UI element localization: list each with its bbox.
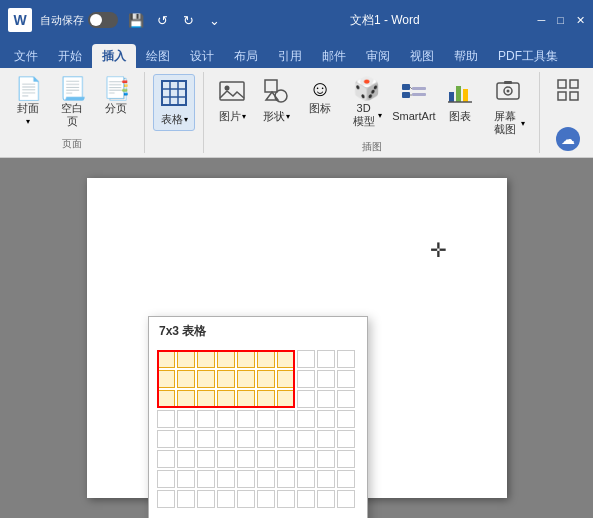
grid-cell[interactable] xyxy=(177,490,195,508)
grid-cell[interactable] xyxy=(157,490,175,508)
tab-pdf[interactable]: PDF工具集 xyxy=(488,44,568,68)
grid-cell[interactable] xyxy=(257,390,275,408)
grid-cell[interactable] xyxy=(217,350,235,368)
grid-cell[interactable] xyxy=(217,430,235,448)
grid-cell[interactable] xyxy=(277,430,295,448)
grid-cell[interactable] xyxy=(157,450,175,468)
grid-cell[interactable] xyxy=(257,410,275,428)
grid-cell[interactable] xyxy=(157,410,175,428)
grid-cell[interactable] xyxy=(157,350,175,368)
grid-cell[interactable] xyxy=(237,430,255,448)
maximize-btn[interactable]: □ xyxy=(557,14,564,26)
grid-cell[interactable] xyxy=(237,370,255,388)
grid-cell[interactable] xyxy=(197,490,215,508)
tab-help[interactable]: 帮助 xyxy=(444,44,488,68)
save-icon[interactable]: 💾 xyxy=(126,10,146,30)
grid-cell[interactable] xyxy=(197,470,215,488)
tab-view[interactable]: 视图 xyxy=(400,44,444,68)
extra-button[interactable] xyxy=(548,74,588,106)
grid-cell[interactable] xyxy=(257,370,275,388)
close-btn[interactable]: ✕ xyxy=(576,14,585,27)
tab-references[interactable]: 引用 xyxy=(268,44,312,68)
icons-button[interactable]: ☺ 图标 xyxy=(300,74,340,119)
grid-cell[interactable] xyxy=(277,370,295,388)
grid-cell[interactable] xyxy=(317,430,335,448)
grid-cell[interactable] xyxy=(217,390,235,408)
grid-cell[interactable] xyxy=(197,410,215,428)
grid-cell[interactable] xyxy=(277,490,295,508)
grid-cell[interactable] xyxy=(177,390,195,408)
grid-cell[interactable] xyxy=(257,490,275,508)
grid-cell[interactable] xyxy=(317,350,335,368)
grid-cell[interactable] xyxy=(337,430,355,448)
grid-cell[interactable] xyxy=(237,410,255,428)
grid-cell[interactable] xyxy=(317,490,335,508)
grid-cell[interactable] xyxy=(337,450,355,468)
grid-cell[interactable] xyxy=(297,410,315,428)
chart-button[interactable]: 图表 xyxy=(440,74,480,127)
grid-cell[interactable] xyxy=(297,470,315,488)
grid-cell[interactable] xyxy=(317,450,335,468)
grid-cell[interactable] xyxy=(257,470,275,488)
grid-cell[interactable] xyxy=(217,490,235,508)
pictures-button[interactable]: 图片 ▾ xyxy=(212,74,252,127)
grid-cell[interactable] xyxy=(237,490,255,508)
tab-file[interactable]: 文件 xyxy=(4,44,48,68)
grid-cell[interactable] xyxy=(217,410,235,428)
grid-cell[interactable] xyxy=(337,370,355,388)
grid-cell[interactable] xyxy=(337,470,355,488)
3dmodel-button[interactable]: 🎲 3D 模型 ▾ xyxy=(344,74,388,132)
grid-cell[interactable] xyxy=(197,430,215,448)
grid-cell[interactable] xyxy=(197,350,215,368)
grid-cell[interactable] xyxy=(297,450,315,468)
screenshot-button[interactable]: 屏幕截图 ▾ xyxy=(484,74,532,140)
blank-page-button[interactable]: 📃 空白页 xyxy=(52,74,92,132)
grid-cell[interactable] xyxy=(237,470,255,488)
grid-cell[interactable] xyxy=(157,390,175,408)
grid-cell[interactable] xyxy=(317,390,335,408)
page-break-button[interactable]: 📑 分页 xyxy=(96,74,136,119)
grid-cell[interactable] xyxy=(237,390,255,408)
grid-cell[interactable] xyxy=(297,490,315,508)
grid-cell[interactable] xyxy=(257,450,275,468)
tab-mailings[interactable]: 邮件 xyxy=(312,44,356,68)
grid-cell[interactable] xyxy=(337,410,355,428)
grid-cell[interactable] xyxy=(237,350,255,368)
grid-cell[interactable] xyxy=(177,410,195,428)
grid-cell[interactable] xyxy=(157,470,175,488)
grid-cell[interactable] xyxy=(277,470,295,488)
table-grid[interactable] xyxy=(157,350,359,508)
more-icon[interactable]: ⌄ xyxy=(204,10,224,30)
grid-cell[interactable] xyxy=(257,350,275,368)
smartart-button[interactable]: SmartArt xyxy=(392,74,436,127)
grid-cell[interactable] xyxy=(337,490,355,508)
grid-cell[interactable] xyxy=(277,390,295,408)
redo-icon[interactable]: ↻ xyxy=(178,10,198,30)
tab-home[interactable]: 开始 xyxy=(48,44,92,68)
grid-cell[interactable] xyxy=(337,350,355,368)
grid-cell[interactable] xyxy=(177,450,195,468)
grid-cell[interactable] xyxy=(197,370,215,388)
grid-cell[interactable] xyxy=(197,450,215,468)
grid-cell[interactable] xyxy=(297,390,315,408)
tab-review[interactable]: 审阅 xyxy=(356,44,400,68)
shapes-button[interactable]: 形状 ▾ xyxy=(256,74,296,127)
grid-cell[interactable] xyxy=(277,350,295,368)
grid-cell[interactable] xyxy=(297,350,315,368)
grid-cell[interactable] xyxy=(217,370,235,388)
grid-cell[interactable] xyxy=(217,470,235,488)
grid-cell[interactable] xyxy=(157,370,175,388)
minimize-btn[interactable]: ─ xyxy=(538,14,546,26)
tab-design[interactable]: 设计 xyxy=(180,44,224,68)
grid-cell[interactable] xyxy=(217,450,235,468)
grid-cell[interactable] xyxy=(257,430,275,448)
tab-insert[interactable]: 插入 xyxy=(92,44,136,68)
grid-cell[interactable] xyxy=(177,430,195,448)
cover-button[interactable]: 📄 封面 ▾ xyxy=(8,74,48,130)
grid-cell[interactable] xyxy=(237,450,255,468)
grid-cell[interactable] xyxy=(297,430,315,448)
grid-cell[interactable] xyxy=(317,410,335,428)
autosave-toggle[interactable] xyxy=(88,12,118,28)
grid-cell[interactable] xyxy=(297,370,315,388)
table-button[interactable]: 表格 ▾ xyxy=(153,74,195,131)
